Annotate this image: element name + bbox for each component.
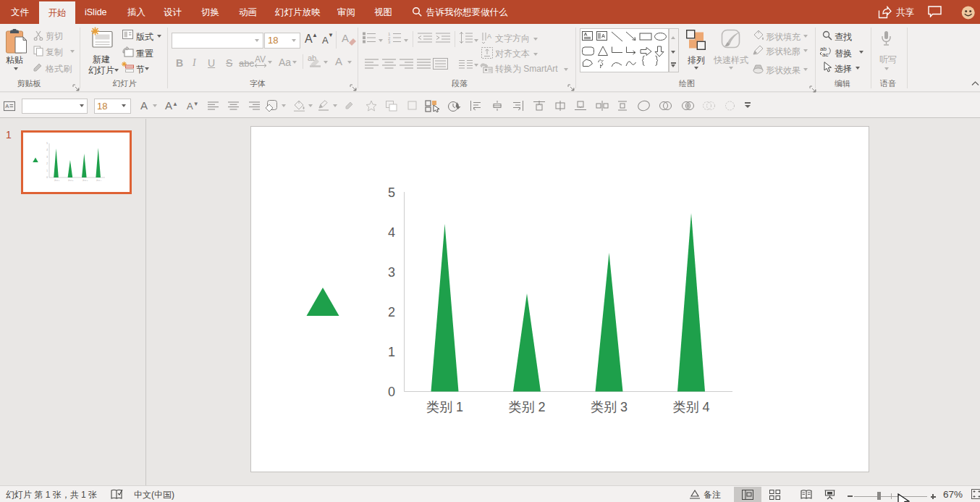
svg-text:ac: ac	[822, 51, 828, 57]
svg-text:A: A	[5, 103, 9, 109]
svg-text:A: A	[487, 33, 491, 40]
svg-text:3: 3	[388, 40, 391, 43]
